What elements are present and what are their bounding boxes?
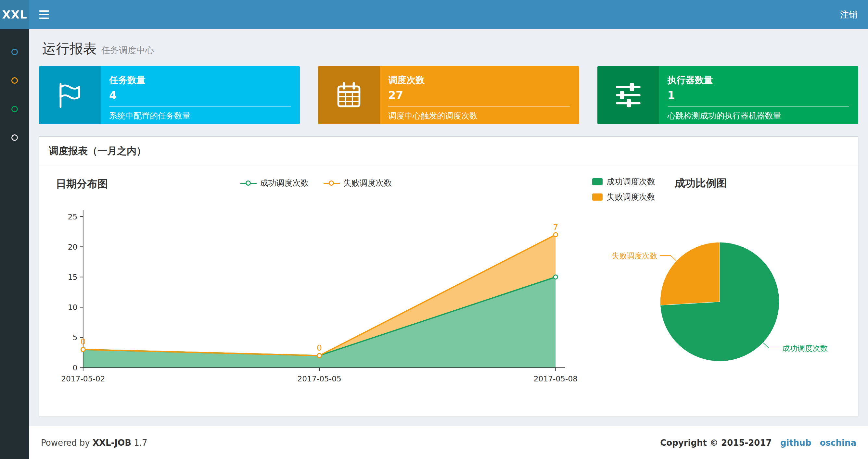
sidebar-item-2[interactable]	[0, 95, 29, 123]
legend-line-marker	[323, 180, 340, 186]
info-box-triggers: 调度次数 27 调度中心触发的调度次数	[318, 66, 579, 124]
content-header: 运行报表任务调度中心	[39, 29, 858, 66]
product-name: XXL-JOB	[93, 438, 131, 448]
content-area: 运行报表任务调度中心 任务数量 4 系统中配置的任务数量	[29, 29, 868, 426]
legend-item-success[interactable]: 成功调度次数	[240, 177, 309, 188]
legend-label: 失败调度次数	[343, 177, 392, 188]
sliders-icon	[597, 66, 659, 124]
svg-text:7: 7	[553, 222, 558, 232]
svg-text:0: 0	[317, 343, 322, 353]
info-box-desc: 调度中心触发的调度次数	[388, 110, 570, 121]
legend-label: 成功调度次数	[260, 177, 309, 188]
legend-line-marker	[240, 180, 257, 186]
legend-label: 失败调度次数	[607, 192, 655, 202]
info-box-title: 执行器数量	[668, 74, 849, 86]
info-box-tasks: 任务数量 4 系统中配置的任务数量	[39, 66, 300, 124]
github-link[interactable]: github	[780, 438, 811, 448]
navbar: 注销	[29, 0, 868, 29]
info-box-divider	[109, 106, 291, 106]
legend-swatch-icon	[592, 178, 602, 185]
info-box-value: 1	[668, 89, 849, 102]
panel-title: 调度报表（一月之内）	[39, 137, 858, 166]
svg-text:2017-05-05: 2017-05-05	[298, 374, 341, 383]
line-chart-title: 日期分布图	[48, 177, 108, 190]
sidebar-nav	[0, 29, 29, 459]
page-title: 运行报表	[42, 40, 97, 57]
svg-text:失败调度次数: 失败调度次数	[612, 251, 657, 260]
line-chart-legend: 成功调度次数 失败调度次数	[240, 177, 392, 188]
app-header: XXL 注销	[0, 0, 868, 29]
powered-by-text: Powered by XXL-JOB 1.7	[41, 438, 148, 448]
circle-icon	[11, 106, 18, 112]
success-ratio-section: 成功调度次数 失败调度次数 成功比例图 成功调度次数失败调度次数	[585, 171, 850, 405]
info-box-executors: 执行器数量 1 心跳检测成功的执行器机器数量	[597, 66, 858, 124]
svg-text:0: 0	[73, 363, 78, 372]
pie-legend-item-fail[interactable]: 失败调度次数	[592, 192, 655, 202]
menu-bars-icon	[39, 10, 49, 12]
info-box-title: 调度次数	[388, 74, 570, 86]
success-ratio-chart: 成功调度次数失败调度次数	[590, 211, 850, 399]
svg-text:5: 5	[73, 333, 78, 342]
pie-legend-item-success[interactable]: 成功调度次数	[592, 176, 655, 187]
legend-label: 成功调度次数	[607, 176, 655, 187]
svg-text:成功调度次数: 成功调度次数	[782, 344, 828, 353]
sidebar-item-0[interactable]	[0, 38, 29, 66]
sidebar-item-3[interactable]	[0, 123, 29, 152]
svg-text:10: 10	[68, 303, 78, 312]
info-box-desc: 系统中配置的任务数量	[109, 110, 291, 121]
info-box-divider	[388, 106, 570, 106]
legend-item-fail[interactable]: 失败调度次数	[323, 177, 392, 188]
svg-text:2017-05-02: 2017-05-02	[61, 374, 105, 383]
date-distribution-chart: 05101520252017-05-022017-05-052017-05-08…	[48, 198, 585, 405]
circle-icon	[11, 49, 18, 55]
sidebar-item-1[interactable]	[0, 66, 29, 95]
sidebar-toggle-button[interactable]	[29, 0, 59, 29]
info-box-row: 任务数量 4 系统中配置的任务数量 调度次数	[39, 66, 858, 124]
svg-text:20: 20	[68, 242, 78, 251]
pie-chart-legend: 成功调度次数 失败调度次数	[592, 176, 655, 202]
info-box-title: 任务数量	[109, 74, 291, 86]
svg-text:15: 15	[68, 273, 78, 282]
page-subtitle: 任务调度中心	[101, 45, 154, 55]
info-box-value: 4	[109, 89, 291, 102]
calendar-icon	[318, 66, 380, 124]
oschina-link[interactable]: oschina	[820, 438, 856, 448]
circle-icon	[11, 77, 18, 84]
info-box-desc: 心跳检测成功的执行器机器数量	[668, 110, 849, 121]
pie-chart-title: 成功比例图	[675, 176, 727, 191]
report-panel: 调度报表（一月之内） 日期分布图 成功调度次数 失败调度次数	[39, 136, 858, 417]
circle-icon	[11, 134, 18, 141]
app-footer: Powered by XXL-JOB 1.7 Copyright © 2015-…	[29, 426, 868, 459]
legend-swatch-icon	[592, 194, 602, 201]
version-text: 1.7	[134, 438, 147, 448]
svg-text:25: 25	[68, 212, 78, 221]
copyright-text: Copyright © 2015-2017	[660, 438, 772, 448]
app-logo[interactable]: XXL	[0, 0, 29, 29]
flag-icon	[39, 66, 101, 124]
svg-text:2017-05-08: 2017-05-08	[534, 374, 578, 383]
info-box-value: 27	[388, 89, 570, 102]
logout-link[interactable]: 注销	[840, 9, 858, 21]
svg-text:0: 0	[81, 337, 86, 347]
info-box-divider	[668, 106, 849, 106]
date-distribution-section: 日期分布图 成功调度次数 失败调度次数 05101520252017-05-02…	[48, 171, 585, 405]
